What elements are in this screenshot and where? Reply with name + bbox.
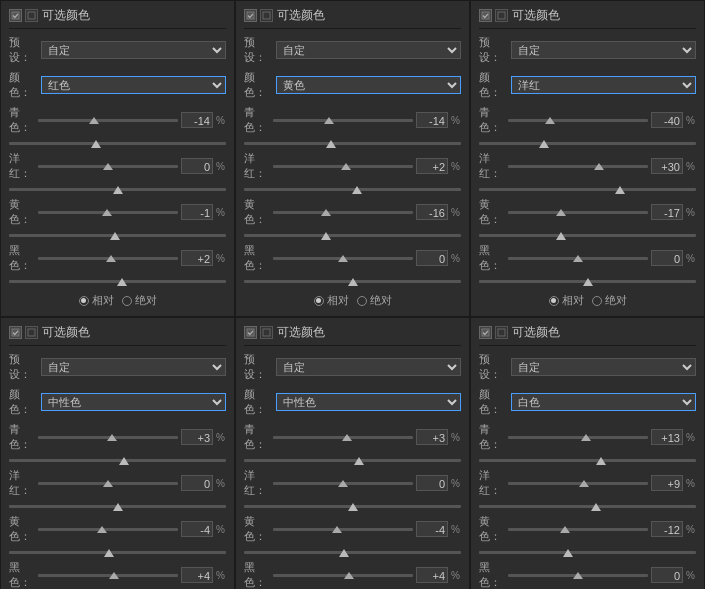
slider-track-5-3[interactable]: [273, 528, 413, 531]
check-icon-1[interactable]: [9, 9, 22, 22]
value-box-4-3[interactable]: -4: [181, 521, 213, 537]
preset-select-2[interactable]: 自定: [276, 41, 461, 59]
eye-icon-3[interactable]: [495, 9, 508, 22]
slider-track-3-4[interactable]: [508, 257, 648, 260]
value-box-6-4[interactable]: 0: [651, 567, 683, 583]
value-box-4-2[interactable]: 0: [181, 475, 213, 491]
slider-track-2-3[interactable]: [273, 211, 413, 214]
eye-icon-4[interactable]: [25, 326, 38, 339]
full-slider-1-4[interactable]: [9, 280, 226, 283]
slider-track-1-4[interactable]: [38, 257, 178, 260]
color-select-6[interactable]: 白色: [511, 393, 696, 411]
check-icon-3[interactable]: [479, 9, 492, 22]
slider-track-1-1[interactable]: [38, 119, 178, 122]
slider-track-5-4[interactable]: [273, 574, 413, 577]
full-slider-6-2[interactable]: [479, 505, 696, 508]
full-slider-4-2[interactable]: [9, 505, 226, 508]
slider-track-1-2[interactable]: [38, 165, 178, 168]
value-box-5-1[interactable]: +3: [416, 429, 448, 445]
value-box-3-1[interactable]: -40: [651, 112, 683, 128]
slider-track-6-4[interactable]: [508, 574, 648, 577]
slider-track-2-1[interactable]: [273, 119, 413, 122]
full-slider-4-1[interactable]: [9, 459, 226, 462]
radio-btn-absolute-1[interactable]: [122, 296, 132, 306]
value-box-4-4[interactable]: +4: [181, 567, 213, 583]
full-slider-2-4[interactable]: [244, 280, 461, 283]
value-box-1-1[interactable]: -14: [181, 112, 213, 128]
full-slider-6-1[interactable]: [479, 459, 696, 462]
value-box-4-1[interactable]: +3: [181, 429, 213, 445]
full-slider-1-3[interactable]: [9, 234, 226, 237]
full-slider-2-2[interactable]: [244, 188, 461, 191]
radio-absolute-1[interactable]: 绝对: [122, 293, 157, 308]
value-box-1-4[interactable]: +2: [181, 250, 213, 266]
radio-absolute-3[interactable]: 绝对: [592, 293, 627, 308]
full-slider-6-3[interactable]: [479, 551, 696, 554]
color-select-4[interactable]: 中性色: [41, 393, 226, 411]
color-select-3[interactable]: 洋红: [511, 76, 696, 94]
value-box-2-3[interactable]: -16: [416, 204, 448, 220]
preset-select-5[interactable]: 自定: [276, 358, 461, 376]
value-box-6-2[interactable]: +9: [651, 475, 683, 491]
full-slider-5-2[interactable]: [244, 505, 461, 508]
slider-track-6-3[interactable]: [508, 528, 648, 531]
full-slider-4-3[interactable]: [9, 551, 226, 554]
slider-track-6-1[interactable]: [508, 436, 648, 439]
full-slider-3-3[interactable]: [479, 234, 696, 237]
preset-select-4[interactable]: 自定: [41, 358, 226, 376]
value-box-5-3[interactable]: -4: [416, 521, 448, 537]
value-box-6-3[interactable]: -12: [651, 521, 683, 537]
value-box-1-3[interactable]: -1: [181, 204, 213, 220]
check-icon-6[interactable]: [479, 326, 492, 339]
full-slider-2-3[interactable]: [244, 234, 461, 237]
radio-absolute-2[interactable]: 绝对: [357, 293, 392, 308]
color-select-2[interactable]: 黄色: [276, 76, 461, 94]
value-box-2-1[interactable]: -14: [416, 112, 448, 128]
slider-track-3-3[interactable]: [508, 211, 648, 214]
full-slider-1-1[interactable]: [9, 142, 226, 145]
value-box-5-2[interactable]: 0: [416, 475, 448, 491]
value-box-5-4[interactable]: +4: [416, 567, 448, 583]
radio-btn-absolute-3[interactable]: [592, 296, 602, 306]
slider-track-3-1[interactable]: [508, 119, 648, 122]
slider-track-1-3[interactable]: [38, 211, 178, 214]
slider-track-4-2[interactable]: [38, 482, 178, 485]
full-slider-3-2[interactable]: [479, 188, 696, 191]
slider-track-6-2[interactable]: [508, 482, 648, 485]
radio-btn-absolute-2[interactable]: [357, 296, 367, 306]
value-box-6-1[interactable]: +13: [651, 429, 683, 445]
radio-btn-relative-2[interactable]: [314, 296, 324, 306]
radio-relative-1[interactable]: 相对: [79, 293, 114, 308]
full-slider-2-1[interactable]: [244, 142, 461, 145]
slider-track-4-4[interactable]: [38, 574, 178, 577]
radio-btn-relative-3[interactable]: [549, 296, 559, 306]
slider-track-5-2[interactable]: [273, 482, 413, 485]
value-box-3-2[interactable]: +30: [651, 158, 683, 174]
value-box-3-4[interactable]: 0: [651, 250, 683, 266]
color-select-1[interactable]: 红色: [41, 76, 226, 94]
value-box-3-3[interactable]: -17: [651, 204, 683, 220]
check-icon-5[interactable]: [244, 326, 257, 339]
check-icon-2[interactable]: [244, 9, 257, 22]
slider-track-2-2[interactable]: [273, 165, 413, 168]
eye-icon-5[interactable]: [260, 326, 273, 339]
radio-relative-3[interactable]: 相对: [549, 293, 584, 308]
preset-select-1[interactable]: 自定: [41, 41, 226, 59]
eye-icon-2[interactable]: [260, 9, 273, 22]
full-slider-1-2[interactable]: [9, 188, 226, 191]
slider-track-5-1[interactable]: [273, 436, 413, 439]
full-slider-5-1[interactable]: [244, 459, 461, 462]
slider-track-3-2[interactable]: [508, 165, 648, 168]
full-slider-3-1[interactable]: [479, 142, 696, 145]
slider-track-4-1[interactable]: [38, 436, 178, 439]
radio-btn-relative-1[interactable]: [79, 296, 89, 306]
eye-icon-6[interactable]: [495, 326, 508, 339]
slider-track-4-3[interactable]: [38, 528, 178, 531]
radio-relative-2[interactable]: 相对: [314, 293, 349, 308]
value-box-2-2[interactable]: +2: [416, 158, 448, 174]
check-icon-4[interactable]: [9, 326, 22, 339]
slider-track-2-4[interactable]: [273, 257, 413, 260]
preset-select-3[interactable]: 自定: [511, 41, 696, 59]
preset-select-6[interactable]: 自定: [511, 358, 696, 376]
color-select-5[interactable]: 中性色: [276, 393, 461, 411]
